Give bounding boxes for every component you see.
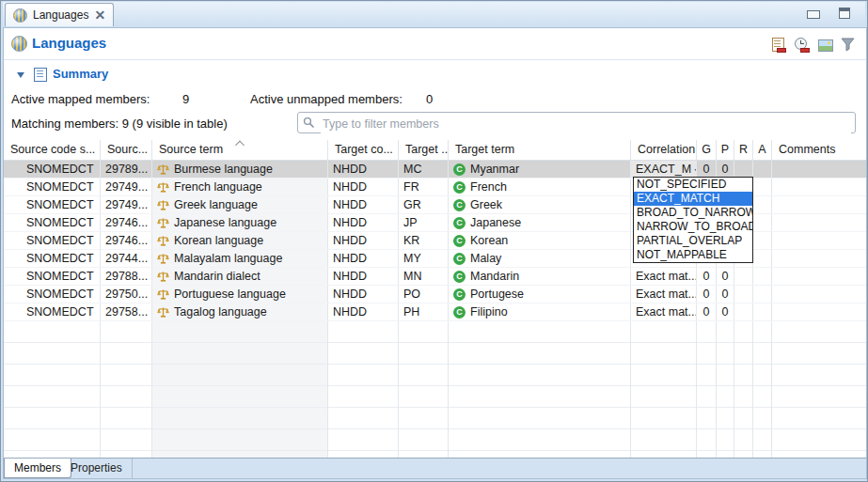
column-header-comments[interactable]: Comments — [772, 140, 866, 160]
cell-target_code_system: NHDD — [328, 303, 399, 320]
cell-source_term: Mandarin dialect — [152, 268, 328, 285]
cell-source_code: 29749... — [101, 179, 152, 195]
correlation-option[interactable]: BROAD_TO_NARROW — [634, 206, 752, 220]
cell-target_code: JP — [399, 214, 449, 231]
cell-source_code: 29744... — [101, 250, 152, 267]
cell-source_code: 29746... — [101, 232, 152, 249]
cell-source_term: Greek language — [152, 196, 328, 213]
grid-line — [752, 321, 753, 458]
cell-target_code: MN — [399, 268, 449, 285]
summary-collapse-toggle-icon[interactable] — [17, 72, 24, 78]
correlation-combo[interactable]: EXACT_M — [631, 161, 697, 178]
cell-source_code_system: SNOMEDCT — [4, 179, 101, 195]
column-header-source_term[interactable]: Source term — [152, 140, 328, 160]
cell-source_code_system: SNOMEDCT — [4, 161, 101, 178]
filter-funnel-icon[interactable] — [841, 37, 857, 53]
close-icon[interactable]: ✕ — [94, 8, 105, 22]
cell-source_code_system: SNOMEDCT — [4, 214, 101, 231]
gold-scales-icon — [157, 235, 169, 247]
cell-target_code_system: NHDD — [328, 232, 399, 249]
cell-source_term: Tagalog language — [152, 303, 328, 320]
table-row[interactable]: SNOMEDCT29750...Portuguese languageNHDDP… — [4, 286, 866, 303]
grid-line — [100, 321, 101, 458]
cell-comments — [772, 268, 866, 285]
column-header-correlation[interactable]: Correlation — [631, 140, 697, 160]
grid-line — [771, 321, 772, 458]
cell-target_term: CFilipino — [449, 303, 631, 320]
column-header-source_code[interactable]: Sourc... — [101, 140, 152, 160]
cell-source_term: Burmese language — [152, 161, 328, 178]
column-header-g[interactable]: G — [697, 140, 717, 160]
cell-source_term: Japanese language — [152, 214, 328, 231]
table-remove-icon[interactable] — [770, 37, 786, 53]
cell-source_code_system: SNOMEDCT — [4, 268, 101, 285]
cell-g: 0 — [697, 303, 717, 320]
grid-line — [398, 321, 399, 458]
cell-a — [753, 303, 772, 320]
column-header-target_code[interactable]: Target ... — [399, 140, 449, 160]
cell-target_code_system: NHDD — [328, 250, 399, 267]
gold-scales-icon — [157, 199, 169, 211]
correlation-option[interactable]: NOT_MAPPABLE — [634, 248, 752, 262]
column-header-a[interactable]: A — [753, 140, 772, 160]
cell-a — [753, 268, 772, 285]
cell-p: 0 — [717, 161, 734, 178]
table-header-row: Source code s...Sourc...Source termTarge… — [4, 140, 866, 161]
cell-correlation[interactable]: Exact mat... — [631, 303, 697, 320]
cell-a — [753, 250, 772, 267]
image-icon[interactable] — [817, 37, 833, 53]
cell-target_code_system: NHDD — [328, 161, 399, 178]
correlation-option[interactable]: NARROW_TO_BROAD — [634, 220, 752, 234]
correlation-option[interactable]: EXACT_MATCH — [634, 192, 752, 206]
mapset-globe-icon — [11, 36, 27, 52]
magnifier-icon — [303, 117, 315, 129]
cell-target_term: CGreek — [449, 196, 631, 213]
cell-comments — [772, 179, 866, 195]
cell-target_code: GR — [399, 196, 449, 213]
cell-r — [734, 161, 753, 178]
cell-target_code_system: NHDD — [328, 214, 399, 231]
cell-source_code: 29789... — [101, 161, 152, 178]
cell-a — [753, 161, 772, 178]
toolbar-separator — [4, 59, 866, 60]
cell-source_code: 29746... — [101, 214, 152, 231]
cell-correlation[interactable]: Exact mat... — [631, 268, 697, 285]
cell-target_code: MY — [399, 250, 449, 267]
editor-tab-languages[interactable]: Languages ✕ — [5, 3, 114, 26]
cell-r — [734, 268, 753, 285]
maximize-view-icon[interactable] — [839, 8, 850, 19]
summary-section-title[interactable]: Summary — [53, 67, 108, 81]
active-mapped-label: Active mapped members: — [11, 92, 150, 106]
green-concept-icon: C — [453, 235, 466, 247]
table-row[interactable]: SNOMEDCT29758...Tagalog languageNHDDPHCF… — [4, 303, 866, 321]
column-header-r[interactable]: R — [734, 140, 753, 160]
active-unmapped-value: 0 — [426, 92, 433, 106]
bottom-tabbar: Members Properties — [4, 458, 866, 478]
green-concept-icon: C — [453, 163, 466, 176]
gold-scales-icon — [157, 217, 169, 229]
column-header-target_term[interactable]: Target term — [449, 140, 631, 160]
matching-members-label: Matching members: 9 (9 visible in table) — [11, 117, 228, 131]
editor-tab-label: Languages — [33, 8, 88, 22]
column-header-p[interactable]: P — [717, 140, 734, 160]
cell-target_code: PO — [399, 286, 449, 303]
cell-comments — [772, 286, 866, 303]
correlation-option[interactable]: NOT_SPECIFIED — [634, 178, 752, 192]
minimize-view-icon[interactable] — [807, 10, 820, 19]
correlation-dropdown: NOT_SPECIFIEDEXACT_MATCHBROAD_TO_NARROWN… — [633, 177, 753, 263]
gold-scales-icon — [157, 253, 169, 265]
tab-properties[interactable]: Properties — [61, 459, 133, 478]
cell-p: 0 — [717, 303, 734, 320]
cell-target_term: CMandarin — [449, 268, 631, 285]
cell-p: 0 — [717, 286, 734, 303]
active-mapped-value: 9 — [182, 92, 189, 106]
page-title: Languages — [32, 35, 106, 51]
filter-members-input[interactable] — [321, 114, 851, 133]
gold-scales-icon — [157, 163, 169, 176]
column-header-source_code_system[interactable]: Source code s... — [4, 140, 101, 160]
column-header-target_code_system[interactable]: Target co... — [328, 140, 399, 160]
cell-correlation[interactable]: Exact mat... — [631, 286, 697, 303]
table-row[interactable]: SNOMEDCT29788...Mandarin dialectNHDDMNCM… — [4, 268, 866, 286]
clock-remove-icon[interactable] — [794, 37, 810, 53]
correlation-option[interactable]: PARTIAL_OVERLAP — [634, 234, 752, 248]
